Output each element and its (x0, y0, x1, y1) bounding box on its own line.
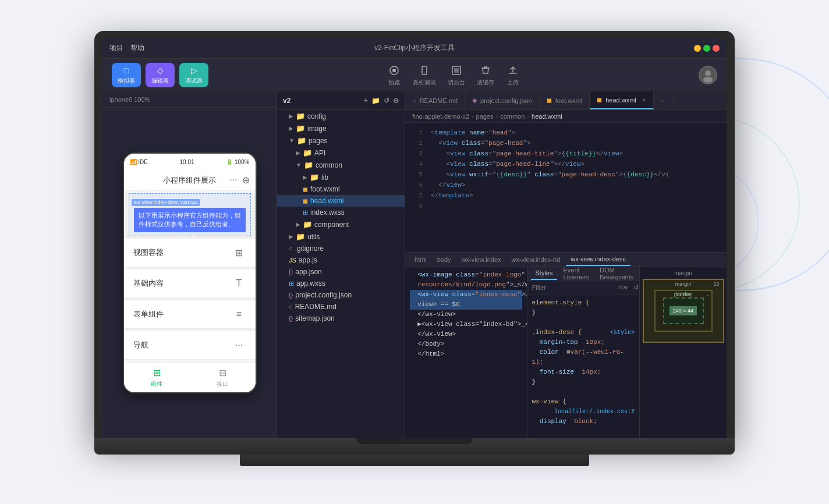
chevron-icon: ▶ (303, 174, 307, 180)
tree-item-sitemap[interactable]: {} sitemap.json (277, 313, 405, 324)
svg-rect-5 (454, 68, 459, 73)
code-content[interactable]: <template name="head"> <view class="page… (426, 123, 727, 252)
styles-tab-event-listeners[interactable]: Event Listeners (558, 267, 594, 280)
tree-item-api[interactable]: ▶ 📁 API (277, 147, 405, 159)
styles-filter-input[interactable] (532, 284, 612, 291)
inspect-label: wx-view.index-desc 240×44 (132, 199, 200, 206)
style-source[interactable]: <style> (610, 328, 635, 338)
phone-nav-components[interactable]: ⊞ 组件 (124, 367, 190, 388)
upload-label: 上传 (507, 79, 519, 87)
list-item-label-1: 基础内容 (133, 278, 164, 289)
list-item-2[interactable]: 表单组件 ≡ (124, 300, 256, 329)
tree-item-pages[interactable]: ▼ 📁 pages (277, 134, 405, 147)
tree-item-head-wxml[interactable]: ◼ head.wxml (277, 195, 405, 207)
dom-line-2: resources/kind/logo.png">_</wx-image> (410, 280, 522, 290)
inspector-tab-body[interactable]: body (433, 253, 456, 266)
phone-more-icon[interactable]: ··· (229, 175, 237, 186)
laptop-stand (240, 455, 589, 466)
code-area: 1 2 3 4 5 6 7 8 <template name="head"> (405, 123, 727, 252)
tree-item-utils[interactable]: ▶ 📁 utils (277, 230, 405, 243)
tab-readme[interactable]: ○ README.md (405, 91, 465, 109)
tab-label: foot.wxml (555, 97, 582, 104)
tree-item-gitignore[interactable]: ○ .gitignore (277, 243, 405, 254)
preview-action[interactable]: 预览 (387, 63, 401, 87)
tree-item-app-wxss[interactable]: ⊞ app.wxss (277, 278, 405, 289)
toolbar-left: □ 模拟器 ◇ 编辑器 ▷ 调试器 (112, 63, 208, 87)
minimize-button[interactable] (694, 45, 701, 52)
tree-item-image[interactable]: ▶ 📁 image (277, 122, 405, 134)
debug-button[interactable]: ▷ 调试器 (179, 63, 208, 87)
style-selector: .index-desc { (532, 329, 582, 336)
breadcrumb-root[interactable]: fino-applet-demo-v2 (412, 113, 469, 120)
file-icon: ◼ (303, 186, 308, 193)
chevron-icon: ▶ (296, 221, 300, 228)
breadcrumb-common[interactable]: common (500, 113, 525, 120)
box-margin: margin 10 border - padding 240 × 44 (643, 279, 724, 343)
phone-nav-api[interactable]: ⊟ 接口 (190, 367, 256, 388)
tree-item-common[interactable]: ▼ 📁 common (277, 159, 405, 171)
dom-line-1: <wx-image class="index-logo" src="../res… (410, 270, 522, 280)
api-nav-label: 接口 (217, 380, 228, 388)
inspector-tab-index-desc[interactable]: wx-view.index-desc (566, 253, 630, 266)
upload-action[interactable]: 上传 (506, 63, 520, 87)
cls-badge[interactable]: .cls (632, 284, 639, 290)
line-numbers: 1 2 3 4 5 6 7 8 (405, 123, 426, 252)
inspector-tab-index-hd[interactable]: wx-view.index-hd (507, 253, 565, 266)
tab-head-wxml[interactable]: ◼ head.wxml × (590, 91, 654, 109)
folder-icon: 📁 (297, 136, 306, 145)
close-button[interactable] (713, 45, 720, 52)
tab-project-config[interactable]: ◈ project.config.json (465, 91, 540, 109)
editor-button[interactable]: ◇ 编辑器 (146, 63, 175, 87)
tab-label: project.config.json (480, 97, 532, 104)
menu-item-help[interactable]: 帮助 (130, 43, 144, 53)
collapse-icon[interactable]: ⊖ (393, 97, 399, 105)
tree-item-foot-wxml[interactable]: ◼ foot.wxml (277, 183, 405, 195)
refresh-icon[interactable]: ↺ (384, 97, 389, 105)
list-item-3[interactable]: 导航 ··· (124, 331, 256, 360)
tree-item-app-js[interactable]: JS app.js (277, 254, 405, 266)
cut-backend-action[interactable]: 切后台 (448, 63, 465, 87)
maximize-button[interactable] (703, 45, 710, 52)
dom-line-6: ▶<wx-view class="index-bd">_</wx-view> (410, 320, 522, 329)
mobile-debug-action[interactable]: 真机调试 (413, 63, 436, 87)
svg-point-8 (703, 77, 713, 83)
clear-cache-action[interactable]: 清缓存 (477, 63, 494, 87)
list-item-1[interactable]: 基础内容 T (124, 269, 256, 298)
simulator-button[interactable]: □ 模拟器 (112, 63, 141, 87)
inspector-tab-html[interactable]: html (410, 253, 431, 266)
tab-close-icon[interactable]: × (642, 96, 646, 104)
tree-item-label: README.md (295, 303, 336, 311)
styles-tab-dom-breakpoints[interactable]: DOM Breakpoints (595, 267, 638, 280)
code-line-1: <template name="head"> (431, 127, 722, 138)
style-source-link[interactable]: localfile:/.index.css:2 (554, 407, 635, 417)
tree-item-project-config[interactable]: {} project.config.json (277, 289, 405, 301)
hov-badge[interactable]: :hov (617, 284, 628, 290)
tree-item-app-json[interactable]: {} app.json (277, 266, 405, 278)
tree-item-config[interactable]: ▶ 📁 config (277, 110, 405, 122)
breadcrumb-file[interactable]: head.wxml (532, 113, 562, 120)
editor-label: 编辑器 (151, 77, 169, 85)
menu-item-project[interactable]: 项目 (109, 43, 123, 53)
new-folder-icon[interactable]: 📁 (371, 97, 380, 105)
folder-icon: 📁 (310, 173, 319, 182)
file-tree-panel: v2 + 📁 ↺ ⊖ ▶ 📁 config (277, 91, 405, 438)
tree-item-index-wxss[interactable]: ⊞ index.wxss (277, 207, 405, 218)
tree-item-lib[interactable]: ▶ 📁 lib (277, 171, 405, 183)
tree-item-label: image (307, 125, 327, 133)
tree-item-component[interactable]: ▶ 📁 component (277, 218, 405, 230)
phone-close-icon[interactable]: ⊕ (242, 175, 250, 186)
tree-item-label: common (316, 161, 342, 169)
preview-label: 预览 (388, 79, 400, 87)
laptop-base (94, 438, 735, 455)
tree-item-readme[interactable]: ○ README.md (277, 301, 405, 313)
user-avatar[interactable] (699, 66, 717, 84)
list-item-0[interactable]: 视图容器 ⊞ (124, 239, 256, 267)
new-file-icon[interactable]: + (364, 97, 368, 105)
breadcrumb-pages[interactable]: pages (476, 113, 494, 120)
styles-tab-styles[interactable]: Styles (531, 267, 558, 280)
tab-more[interactable]: ··· (654, 91, 674, 109)
device-label: iphone6 100% (109, 96, 150, 103)
tab-foot-wxml[interactable]: ◼ foot.wxml (540, 91, 590, 109)
code-line-7: </template> (431, 190, 722, 201)
inspector-tab-index[interactable]: wx-view.index (457, 253, 506, 266)
